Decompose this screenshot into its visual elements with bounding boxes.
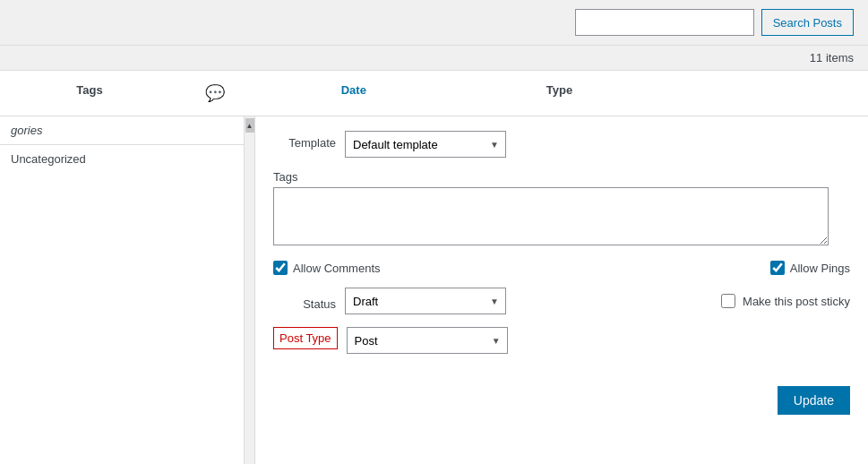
allow-comments-label: Allow Comments xyxy=(293,262,381,275)
status-select-wrapper: DraftPublishedPending Review ▼ xyxy=(345,288,506,314)
template-label: Template xyxy=(273,131,336,150)
allow-comments-checkbox[interactable] xyxy=(273,261,288,275)
items-count: 11 items xyxy=(0,46,868,71)
category-item-uncategorized: Uncategorized xyxy=(11,152,244,166)
make-sticky-label: Make this post sticky xyxy=(743,295,850,308)
tags-textarea[interactable] xyxy=(273,187,829,245)
search-input[interactable] xyxy=(575,9,754,36)
right-panel: Template Default templateFull Width ▼ Ta… xyxy=(255,116,868,464)
content-area: gories Uncategorized ▲ ▼ Template Defaul… xyxy=(0,116,868,464)
template-select[interactable]: Default templateFull Width xyxy=(345,131,506,158)
status-label: Status xyxy=(273,292,336,311)
tags-label: Tags xyxy=(273,170,850,184)
post-type-label: Post Type xyxy=(273,327,338,349)
template-row: Template Default templateFull Width ▼ xyxy=(273,131,850,158)
col-header-extra xyxy=(662,78,868,108)
items-count-value: 11 items xyxy=(810,51,854,64)
search-posts-button[interactable]: Search Posts xyxy=(761,9,854,36)
allow-comments-group: Allow Comments xyxy=(273,261,381,275)
status-right: Make this post sticky xyxy=(721,294,850,308)
col-header-date[interactable]: Date xyxy=(251,78,457,108)
left-panel-header: gories xyxy=(0,116,254,145)
scrollbar[interactable]: ▲ ▼ xyxy=(244,116,254,464)
template-select-wrapper: Default templateFull Width ▼ xyxy=(345,131,506,158)
allow-pings-group: Allow Pings xyxy=(770,261,850,275)
comment-icon: 💬 xyxy=(205,84,225,102)
scroll-up[interactable]: ▲ xyxy=(245,118,254,133)
col-header-type: Type xyxy=(457,78,663,108)
post-type-select-wrapper: PostPage ▼ xyxy=(347,327,508,354)
checkboxes-row: Allow Comments Allow Pings xyxy=(273,261,850,275)
post-type-row: Post Type PostPage ▼ xyxy=(273,327,850,354)
status-left: Status DraftPublishedPending Review ▼ xyxy=(273,288,506,314)
col-header-comments: 💬 xyxy=(179,78,251,108)
left-panel: gories Uncategorized ▲ ▼ xyxy=(0,116,255,464)
col-header-tags: Tags xyxy=(0,78,179,108)
post-type-select[interactable]: PostPage xyxy=(347,327,508,354)
allow-pings-label: Allow Pings xyxy=(790,262,850,275)
table-header: Tags 💬 Date Type xyxy=(0,71,868,116)
update-button[interactable]: Update xyxy=(778,386,850,415)
left-panel-content: Uncategorized xyxy=(0,145,254,173)
status-row: Status DraftPublishedPending Review ▼ Ma… xyxy=(273,288,850,314)
make-sticky-checkbox[interactable] xyxy=(721,294,735,308)
top-bar: Search Posts xyxy=(0,0,868,46)
allow-pings-checkbox[interactable] xyxy=(770,261,785,275)
tags-textarea-wrapper xyxy=(273,187,829,248)
tags-section: Tags xyxy=(273,170,850,248)
status-select[interactable]: DraftPublishedPending Review xyxy=(345,288,506,314)
